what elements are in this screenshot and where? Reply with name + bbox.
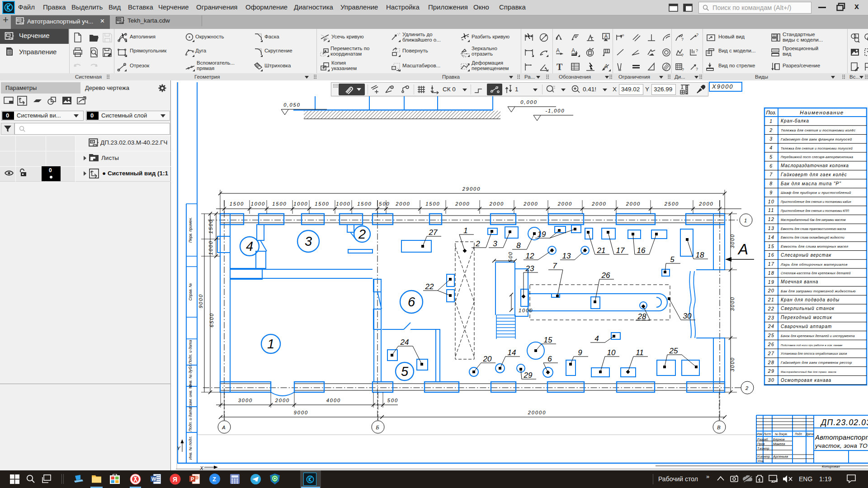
svg-text:Осмотровая канава: Осмотровая канава — [781, 378, 831, 383]
svg-text:23: 23 — [525, 264, 534, 273]
svg-text:29: 29 — [524, 371, 533, 380]
svg-text:12: 12 — [768, 216, 775, 222]
svg-text:Справ. №: Справ. № — [188, 283, 193, 301]
svg-text:29: 29 — [768, 368, 775, 374]
svg-text:Гайковёрт для гаек стремянок р: Гайковёрт для гаек стремянок рессор — [781, 361, 852, 365]
svg-text:30: 30 — [683, 312, 692, 320]
svg-text:0,000: 0,000 — [520, 99, 538, 105]
svg-text:Бак для масла типа "Р": Бак для масла типа "Р" — [781, 181, 841, 186]
svg-text:4000: 4000 — [326, 398, 341, 403]
svg-text:Ёмкость для слива охлаждающей: Ёмкость для слива охлаждающей жидкости — [781, 236, 844, 239]
svg-text:25: 25 — [669, 347, 678, 355]
svg-text:А: А — [222, 425, 226, 430]
svg-text:6: 6 — [547, 355, 552, 363]
svg-text:10: 10 — [607, 348, 616, 357]
svg-text:Утв.: Утв. — [757, 460, 764, 463]
svg-text:2000: 2000 — [523, 201, 538, 206]
svg-text:5: 5 — [670, 255, 675, 264]
svg-text:2: 2 — [475, 239, 480, 248]
svg-text:11: 11 — [636, 348, 644, 357]
svg-text:1000: 1000 — [208, 240, 213, 255]
svg-text:Наименование: Наименование — [800, 110, 844, 115]
svg-text:Подп. и дата: Подп. и дата — [188, 340, 193, 364]
svg-text:Бачок для крепежных деталей и: Бачок для крепежных деталей и инструмент… — [781, 334, 855, 338]
svg-text:Подп. и дата: Подп. и дата — [188, 408, 193, 432]
svg-text:18: 18 — [768, 270, 775, 276]
svg-text:Маслораздаточный бак для транс: Маслораздаточный бак для транс. масла — [781, 371, 836, 373]
svg-text:2: 2 — [745, 385, 749, 391]
svg-text:Тележка для снятия и постановк: Тележка для снятия и постановки колёс — [781, 128, 855, 132]
svg-text:P: P — [191, 476, 194, 482]
svg-text:Гайковерт для гаек колёс: Гайковерт для гаек колёс — [781, 172, 847, 177]
svg-text:Кран для подвода воды: Кран для подвода воды — [781, 297, 840, 302]
svg-text:1: 1 — [769, 118, 773, 124]
svg-text:Моечная ванна: Моечная ванна — [781, 279, 818, 284]
svg-text:Бернов: Бернов — [773, 437, 785, 441]
svg-text:20: 20 — [768, 288, 775, 293]
svg-text:Автотранспортн: Автотранспортн — [815, 433, 868, 441]
svg-text:Взам. инв. №: Взам. инв. № — [188, 385, 193, 408]
svg-text:500: 500 — [508, 251, 513, 262]
svg-text:Установка для отсоса отработав: Установка для отсоса отработавших газов — [780, 352, 847, 356]
svg-text:7: 7 — [769, 172, 773, 177]
svg-text:?: ? — [682, 67, 684, 72]
svg-text:Н.контр.: Н.контр. — [757, 455, 771, 459]
svg-text:Y: Y — [177, 446, 181, 451]
svg-text:A: A — [556, 47, 560, 54]
svg-text:Пров: Пров — [757, 442, 765, 446]
svg-text:2000: 2000 — [626, 201, 641, 206]
svg-text:12: 12 — [526, 252, 534, 260]
svg-text:?: ? — [696, 33, 698, 37]
svg-text:15: 15 — [544, 336, 552, 344]
svg-text:3000: 3000 — [730, 234, 735, 248]
svg-text:Передвижной пост слесаря-автор: Передвижной пост слесаря-авторемонтника — [781, 155, 853, 159]
svg-text:2000: 2000 — [455, 201, 470, 206]
svg-text:3: 3 — [493, 239, 497, 248]
svg-text:15: 15 — [768, 244, 775, 249]
svg-text:Ёмкость для слива трансмиссион: Ёмкость для слива трансмиссионного масла — [781, 227, 846, 231]
svg-text:Шкаф для приборов и приспособл: Шкаф для приборов и приспособлений — [781, 191, 851, 195]
svg-text:Сверлильный станок: Сверлильный станок — [781, 306, 835, 311]
svg-text:25: 25 — [768, 333, 775, 338]
svg-text:o: o — [622, 33, 624, 37]
svg-text:23: 23 — [768, 315, 775, 320]
svg-text:?: ? — [696, 67, 698, 71]
svg-text:Слесарный верстак: Слесарный верстак — [781, 253, 832, 258]
svg-text:Бак для заправки тормозной жид: Бак для заправки тормозной жидкостью — [781, 289, 856, 293]
svg-text:2000: 2000 — [591, 201, 606, 206]
svg-text:Инв. № подл.: Инв. № подл. — [188, 436, 193, 460]
svg-text:1500: 1500 — [208, 219, 213, 234]
svg-text:1: 1 — [463, 226, 467, 235]
svg-text:A: A — [571, 47, 575, 54]
svg-text:3000: 3000 — [238, 398, 253, 403]
svg-text:9000: 9000 — [198, 294, 203, 308]
svg-text:26: 26 — [768, 342, 775, 347]
svg-text:Подп: Подп — [795, 432, 802, 436]
svg-text:9: 9 — [769, 190, 773, 195]
svg-text:Копировал: Копировал — [822, 465, 840, 469]
svg-text:Подставка под ноги при работе: Подставка под ноги при работе в осм. кан… — [781, 344, 843, 347]
svg-text:22: 22 — [768, 306, 775, 311]
svg-text:Изм: Изм — [757, 432, 763, 436]
svg-text:Арсеньев: Арсеньев — [773, 455, 788, 459]
svg-text:27: 27 — [768, 351, 775, 356]
svg-text:24: 24 — [768, 324, 775, 329]
svg-text:3: 3 — [305, 234, 312, 249]
svg-text:2000: 2000 — [557, 201, 572, 206]
svg-text:?: ? — [681, 53, 684, 57]
svg-text:Ларь для обтирочных материалов: Ларь для обтирочных материалов — [780, 263, 848, 267]
svg-text:Б: Б — [376, 425, 380, 430]
svg-text:Тележка для снятия и постановк: Тележка для снятия и постановки полуосей — [781, 147, 853, 150]
svg-text:6: 6 — [408, 295, 415, 309]
svg-text:1000: 1000 — [251, 201, 265, 206]
svg-text:1500: 1500 — [315, 201, 329, 206]
svg-text:1000: 1000 — [336, 201, 350, 206]
svg-text:21: 21 — [597, 246, 606, 255]
svg-text:№ докум.: № докум. — [775, 432, 788, 436]
svg-text:27: 27 — [429, 228, 438, 237]
svg-text:W: W — [151, 476, 156, 482]
svg-text:Т.контр: Т.контр — [757, 447, 769, 450]
svg-text:Перв. примен.: Перв. примен. — [188, 217, 193, 243]
svg-text:Я: Я — [173, 476, 177, 483]
svg-text:28: 28 — [637, 312, 646, 321]
